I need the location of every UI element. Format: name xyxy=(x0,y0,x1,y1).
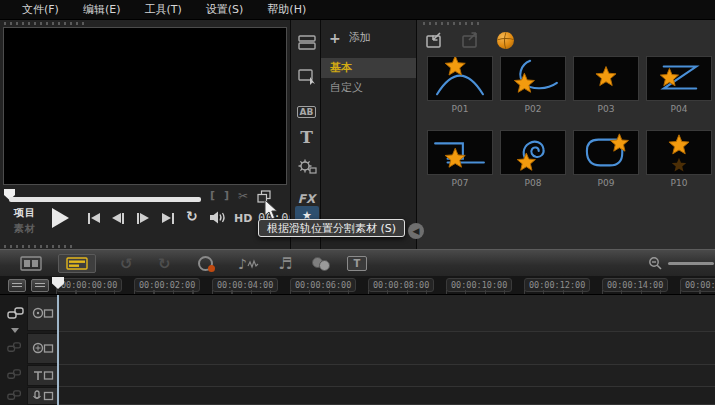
timeline-ruler[interactable]: 00:00:00:0000:00:02:0000:00:04:0000:00:0… xyxy=(0,276,715,295)
preset-P07[interactable]: P07 xyxy=(427,130,493,188)
timeline-view-button[interactable] xyxy=(58,254,96,273)
graphic-icon[interactable] xyxy=(291,158,322,175)
preset-thumbnail xyxy=(500,130,566,175)
preset-P03[interactable]: P03 xyxy=(573,56,639,114)
preset-grid: P01 P02 P03 P04 P07 xyxy=(427,56,715,216)
storyboard-view-button[interactable] xyxy=(20,254,42,273)
preview-screen xyxy=(3,27,287,185)
undo-button[interactable]: ↺ xyxy=(120,254,133,273)
media-icon[interactable] xyxy=(291,34,322,50)
menu-item-help[interactable]: 帮助(H) xyxy=(255,0,318,20)
subtitle-t-icon: T xyxy=(347,256,367,271)
timeline-zoom-slider[interactable] xyxy=(668,262,714,265)
voice-track-header[interactable] xyxy=(27,387,58,405)
mark-in-button[interactable]: [ xyxy=(210,189,215,203)
title-track-lane[interactable] xyxy=(59,365,715,387)
skip-bar xyxy=(88,213,90,224)
preset-label: P10 xyxy=(646,178,712,188)
title-icon[interactable]: T xyxy=(291,127,322,147)
preset-thumbnail xyxy=(427,56,493,101)
preset-P02[interactable]: P02 xyxy=(500,56,566,114)
mouse-cursor xyxy=(263,199,279,221)
preset-thumbnail xyxy=(646,130,712,175)
category-basic[interactable]: 基本 xyxy=(321,58,416,78)
track-area: •/— xyxy=(0,295,715,405)
preset-thumbnail xyxy=(427,130,493,175)
drag-handle-dots xyxy=(423,22,483,25)
split-clip-button[interactable]: ✂ xyxy=(238,189,248,203)
overlay-track-lane[interactable] xyxy=(59,332,715,365)
video-track-header[interactable] xyxy=(27,296,58,331)
preset-P01[interactable]: P01 xyxy=(427,56,493,114)
seek-bar[interactable] xyxy=(9,197,201,202)
coins-icon xyxy=(312,257,330,271)
gallery-toolbar xyxy=(425,28,514,52)
preset-P08[interactable]: P08 xyxy=(500,130,566,188)
voice-track-lane[interactable] xyxy=(59,387,715,405)
playhead-line[interactable] xyxy=(57,295,59,405)
tab-project[interactable]: 项目 xyxy=(14,206,48,220)
ripple-track-4-icon[interactable] xyxy=(7,390,22,401)
preset-label: P07 xyxy=(427,178,493,188)
preset-P09[interactable]: P09 xyxy=(573,130,639,188)
path-options-panel: + 添加 基本自定义 xyxy=(321,20,416,249)
mark-out-button[interactable]: ] xyxy=(224,189,229,203)
loop-button[interactable]: ↻ xyxy=(186,208,198,224)
volume-button[interactable] xyxy=(210,211,227,224)
track-display-toggle-b[interactable] xyxy=(31,279,49,292)
path-library-ball-icon[interactable] xyxy=(497,32,514,49)
track-display-toggle-a[interactable] xyxy=(8,279,26,292)
skip-end-button[interactable] xyxy=(162,212,174,224)
instant-project-icon[interactable] xyxy=(291,68,322,85)
next-frame-button[interactable] xyxy=(137,212,149,224)
overlay-track-header[interactable] xyxy=(27,333,58,364)
filter-icon[interactable]: FX xyxy=(291,188,322,207)
import-path-button[interactable] xyxy=(425,31,443,49)
prev-frame-button[interactable] xyxy=(112,212,124,224)
collapse-panel-button[interactable]: ◀ xyxy=(408,223,424,239)
right-triangle-icon xyxy=(162,213,171,223)
preset-thumbnail xyxy=(500,56,566,101)
ruler-ticks xyxy=(56,290,715,294)
chevron-down-icon[interactable] xyxy=(11,328,19,333)
category-custom[interactable]: 自定义 xyxy=(321,78,416,98)
preset-label: P09 xyxy=(573,178,639,188)
ripple-track-2-icon[interactable] xyxy=(7,342,22,353)
add-path-button[interactable]: + 添加 xyxy=(329,30,371,45)
split-clip-tooltip: 根据滑轨位置分割素材 (S) xyxy=(258,219,405,237)
export-path-button[interactable] xyxy=(461,31,479,49)
preset-thumbnail xyxy=(573,130,639,175)
preview-panel: [ ] ✂ 项目 素材 ↻ xyxy=(0,20,290,249)
preset-label: P08 xyxy=(500,178,566,188)
sound-mixer-button[interactable]: ♪ xyxy=(238,254,259,273)
zoom-out-button[interactable] xyxy=(648,254,663,273)
ripple-edit-all-icon[interactable] xyxy=(7,307,25,320)
menu-item-tools[interactable]: 工具(T) xyxy=(132,0,193,20)
menu-item-file[interactable]: 文件(F) xyxy=(10,0,71,20)
preset-P04[interactable]: P04 xyxy=(646,56,712,114)
tab-clip[interactable]: 素材 xyxy=(14,222,48,236)
menu-item-settings[interactable]: 设置(S) xyxy=(194,0,256,20)
painting-creator-button[interactable] xyxy=(312,254,330,273)
menu-bar: 文件(F)编辑(E)工具(T)设置(S)帮助(H) xyxy=(0,0,715,20)
preset-thumbnail xyxy=(573,56,639,101)
skip-start-button[interactable] xyxy=(88,212,100,224)
menu-item-edit[interactable]: 编辑(E) xyxy=(71,0,133,20)
preset-thumbnail xyxy=(646,56,712,101)
transition-icon[interactable]: AB xyxy=(291,100,322,119)
redo-button[interactable]: ↻ xyxy=(158,254,171,273)
video-track-lane[interactable] xyxy=(59,295,715,332)
hd-toggle[interactable]: HD xyxy=(234,212,252,225)
drag-handle-dots xyxy=(4,245,74,248)
auto-music-button[interactable]: ♬ xyxy=(278,254,292,273)
preset-P10[interactable]: P10 xyxy=(646,130,712,188)
record-capture-button[interactable] xyxy=(198,254,213,273)
play-button[interactable] xyxy=(52,208,69,228)
skip-bar xyxy=(137,213,139,224)
title-track-header[interactable] xyxy=(27,365,58,386)
subtitle-editor-button[interactable]: T xyxy=(347,254,367,273)
ripple-track-3-icon[interactable] xyxy=(7,369,22,380)
preset-label: P04 xyxy=(646,104,712,114)
videostudio-window: 文件(F)编辑(E)工具(T)设置(S)帮助(H) [ ] ✂ 项目 素材 xyxy=(0,0,715,405)
right-triangle-icon xyxy=(140,213,149,223)
